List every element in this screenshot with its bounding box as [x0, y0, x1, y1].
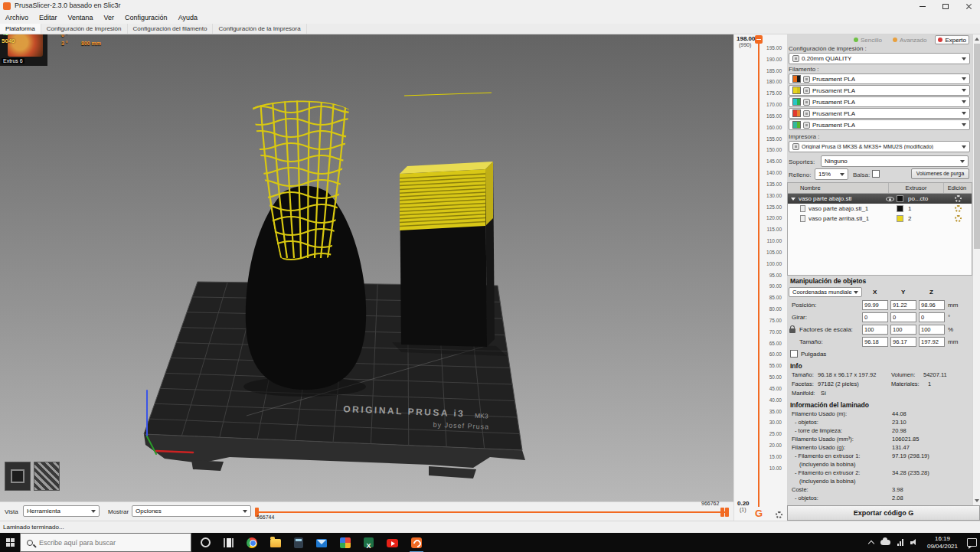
menu-item[interactable]: Configuración	[119, 12, 173, 24]
expand-caret-icon[interactable]	[791, 198, 795, 201]
cortana-icon[interactable]	[201, 537, 211, 547]
config-tab[interactable]: Configuración de Impresión	[41, 24, 128, 34]
size-x-input[interactable]	[862, 337, 888, 347]
menu-item[interactable]: Ayuda	[173, 12, 203, 24]
wipe-tower-object[interactable]	[392, 162, 507, 356]
close-button[interactable]	[957, 0, 980, 12]
chevron-down-icon	[962, 77, 966, 80]
menu-item[interactable]: Ver	[99, 12, 120, 24]
show-dropdown[interactable]: Opciones	[132, 505, 251, 517]
slicing-info-value: 34.28 (235.28)	[892, 469, 929, 476]
layer-tick-label: 115.00	[767, 227, 782, 232]
object-row[interactable]: vaso parte abajo.stl po...cto	[788, 194, 972, 204]
rotate-z-input[interactable]	[919, 312, 945, 322]
menu-item[interactable]: Archivo	[0, 12, 34, 24]
chrome-icon[interactable]	[247, 537, 257, 548]
object-row[interactable]: vaso parte abajo.stl_1 1	[788, 204, 972, 214]
menu-item[interactable]: Ventana	[63, 12, 99, 24]
preview-view-toggle[interactable]	[34, 462, 60, 491]
size-z-input[interactable]	[919, 337, 945, 347]
moves-slider-track[interactable]	[258, 511, 727, 513]
scrollbar-thumb[interactable]	[974, 44, 980, 249]
print-settings-dropdown[interactable]: 0.20mm QUALITY	[789, 53, 970, 64]
editor-view-toggle[interactable]	[5, 462, 31, 491]
rotate-y-input[interactable]	[890, 312, 916, 322]
task-view-icon[interactable]	[224, 538, 234, 547]
scale-x-input[interactable]	[862, 325, 888, 335]
moves-slider-high-handle[interactable]	[720, 508, 724, 517]
object-settings-gear-icon[interactable]	[955, 195, 962, 202]
mail-icon[interactable]	[316, 539, 327, 547]
layer-tick-label: 150.00	[766, 147, 782, 152]
scale-z-input[interactable]	[919, 325, 945, 335]
maximize-button[interactable]	[934, 0, 957, 12]
layer-tick-label: 135.00	[766, 181, 782, 187]
export-settings-gear-icon[interactable]	[776, 511, 782, 518]
raft-checkbox[interactable]	[872, 170, 880, 178]
config-tab[interactable]: Configuración del filamento	[128, 24, 214, 34]
mode-simple-button[interactable]: Sencillo	[851, 35, 884, 44]
config-tab[interactable]: Plataforma	[0, 24, 41, 34]
minimize-button[interactable]	[911, 0, 934, 12]
filament-preset-name: Prusament PLA	[812, 76, 855, 83]
coordinate-system-dropdown[interactable]: Coordenadas mundiale	[789, 287, 862, 297]
layer-slider-handle[interactable]	[755, 35, 763, 44]
rotate-row: Girar: °	[787, 312, 972, 323]
layer-tick-label: 100.00	[766, 261, 782, 266]
filament-color-swatch	[792, 98, 801, 106]
network-icon[interactable]	[897, 539, 903, 546]
filament-preset-dropdown[interactable]: Prusament PLA	[789, 73, 970, 84]
filament-preset-dropdown[interactable]: Prusament PLA	[789, 119, 970, 130]
position-z-input[interactable]	[919, 300, 945, 310]
object-row[interactable]: vaso parte arriba.stl_1 2	[788, 214, 972, 224]
youtube-icon[interactable]	[387, 539, 398, 547]
uniform-scale-lock-icon[interactable]	[789, 328, 795, 333]
object-settings-gear-icon[interactable]	[955, 215, 962, 222]
object-settings-gear-icon[interactable]	[955, 205, 962, 212]
mode-expert-button[interactable]: Experto	[935, 35, 969, 44]
file-explorer-icon[interactable]	[270, 539, 281, 547]
taskbar-clock[interactable]: 16:19 09/04/2021	[925, 535, 960, 550]
info-volume-value: 54207.11	[923, 371, 947, 378]
view-dropdown[interactable]: Herramienta	[23, 505, 100, 517]
config-tab[interactable]: Configuración de la Impresora	[213, 24, 306, 34]
cube-icon	[11, 469, 24, 483]
taskbar-search[interactable]	[20, 533, 191, 552]
calculator-icon[interactable]	[294, 537, 303, 548]
volume-icon[interactable]	[910, 539, 918, 546]
start-button[interactable]	[0, 533, 20, 552]
search-input[interactable]	[38, 538, 168, 547]
3d-viewport-canvas[interactable]: ORIGINAL PRUSA i3 MK3 by Josef Prusa	[0, 34, 733, 501]
moves-slider-high-handle[interactable]	[725, 508, 729, 517]
visibility-eye-icon[interactable]	[886, 197, 894, 201]
mode-advanced-button[interactable]: Avanzado	[890, 35, 929, 44]
printer-dropdown[interactable]: Original Prusa i3 MK3S & MK3S+ MMU2S (mo…	[789, 141, 970, 152]
filament-preset-dropdown[interactable]: Prusament PLA	[789, 96, 970, 107]
filament-preset-dropdown[interactable]: Prusament PLA	[789, 85, 970, 96]
layer-slider-track[interactable]	[758, 35, 760, 507]
inches-checkbox[interactable]	[790, 350, 798, 358]
scroll-up-icon[interactable]	[975, 38, 979, 41]
purge-volumes-button[interactable]: Volúmenes de purga	[911, 168, 969, 179]
position-x-input[interactable]	[862, 300, 888, 310]
filament-preset-dropdown[interactable]: Prusament PLA	[789, 108, 970, 119]
prusaslicer-icon[interactable]	[411, 537, 422, 548]
scale-y-input[interactable]	[890, 325, 916, 335]
cloud-icon[interactable]	[880, 540, 890, 545]
excel-icon[interactable]	[364, 537, 374, 547]
windows-logo-icon	[6, 538, 15, 547]
scroll-down-icon[interactable]	[975, 499, 979, 502]
position-y-input[interactable]	[890, 300, 916, 310]
hidden-icons-chevron-icon[interactable]	[868, 540, 874, 546]
export-gcode-button[interactable]: Exportar código G	[787, 505, 980, 521]
size-y-input[interactable]	[890, 337, 916, 347]
action-center-icon[interactable]	[967, 538, 977, 547]
window-title: PrusaSlicer-2.3.0 basado en Slic3r	[15, 2, 121, 9]
supports-dropdown[interactable]: Ninguno	[821, 155, 969, 167]
menu-item[interactable]: Editar	[34, 12, 63, 24]
3d-scene[interactable]: ORIGINAL PRUSA i3 MK3 by Josef Prusa	[0, 34, 733, 501]
sidebar-scrollbar[interactable]	[972, 34, 980, 505]
photos-icon[interactable]	[340, 537, 351, 548]
rotate-x-input[interactable]	[862, 312, 888, 322]
infill-dropdown[interactable]: 15%	[815, 168, 848, 180]
